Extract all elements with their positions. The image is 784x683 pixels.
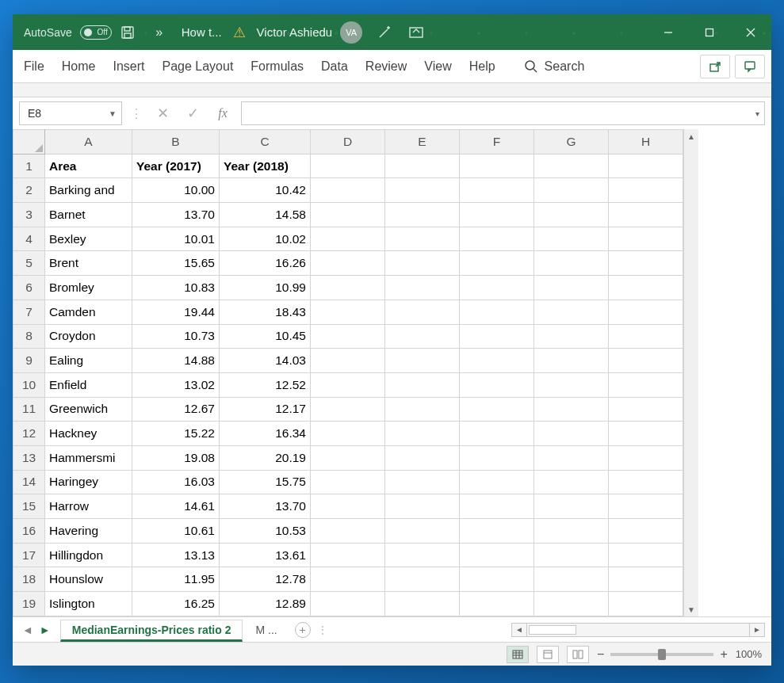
table-row[interactable]: 6Bromley10.8310.99	[13, 276, 683, 300]
cell[interactable]: 13.13	[132, 543, 220, 567]
row-header[interactable]: 10	[13, 372, 45, 397]
tell-me-search[interactable]: Search	[524, 59, 585, 74]
scroll-right-icon[interactable]: ►	[749, 623, 765, 637]
table-row[interactable]: 13Hammersmi19.0820.19	[13, 445, 683, 470]
table-row[interactable]: 7Camden19.4418.43	[13, 300, 683, 324]
expand-formula-icon[interactable]: ▾	[755, 109, 759, 118]
table-row[interactable]: 1 Area Year (2017) Year (2018)	[13, 154, 683, 178]
row-header[interactable]: 5	[13, 251, 45, 276]
new-sheet-button[interactable]: +	[295, 622, 311, 638]
horizontal-scrollbar[interactable]: ◄ ►	[511, 623, 765, 637]
cell[interactable]: Camden	[45, 300, 132, 324]
cell[interactable]: 10.00	[132, 178, 220, 203]
cell[interactable]: 18.43	[220, 300, 311, 324]
row-header[interactable]: 4	[13, 227, 45, 251]
table-row[interactable]: 15Harrow14.6113.70	[13, 494, 683, 519]
cell[interactable]: 19.08	[132, 445, 220, 470]
table-row[interactable]: 11Greenwich12.6712.17	[13, 397, 683, 422]
cell[interactable]: 10.02	[220, 227, 311, 251]
scroll-left-icon[interactable]: ◄	[511, 623, 527, 637]
table-row[interactable]: 19Islington16.2512.89	[13, 592, 683, 616]
row-header[interactable]: 1	[13, 154, 45, 178]
table-row[interactable]: 18Hounslow11.9512.78	[13, 567, 683, 592]
cell[interactable]: 10.01	[132, 227, 220, 251]
row-header[interactable]: 8	[13, 324, 45, 349]
table-row[interactable]: 9Ealing14.8814.03	[13, 349, 683, 373]
table-row[interactable]: 2Barking and10.0010.42	[13, 178, 683, 203]
cell[interactable]: 11.95	[132, 567, 220, 592]
more-quickaccess-icon[interactable]: »	[147, 14, 171, 50]
select-all-corner[interactable]	[13, 130, 45, 155]
cell[interactable]: Barnet	[45, 203, 132, 227]
scroll-down-icon[interactable]: ▼	[684, 602, 698, 616]
cell[interactable]: Hounslow	[45, 567, 132, 592]
col-header[interactable]: E	[385, 130, 460, 155]
cell[interactable]: 16.26	[220, 251, 311, 276]
cell[interactable]: 10.42	[220, 178, 311, 203]
row-header[interactable]: 2	[13, 178, 45, 203]
cell[interactable]: 14.88	[132, 349, 220, 373]
cell[interactable]: Croydon	[45, 324, 132, 349]
row-header[interactable]: 9	[13, 349, 45, 373]
cell[interactable]: Year (2018)	[220, 154, 311, 178]
cell[interactable]: 10.61	[132, 519, 220, 544]
sheet-tab-active[interactable]: MedianEarnings-Prices ratio 2	[60, 620, 243, 642]
page-break-view-button[interactable]	[567, 646, 589, 663]
cell[interactable]: 13.61	[220, 543, 311, 567]
tab-insert[interactable]: Insert	[113, 59, 144, 74]
cell[interactable]: 16.03	[132, 470, 220, 494]
col-header[interactable]: D	[311, 130, 385, 155]
sheet-tab-inactive[interactable]: M ...	[246, 620, 286, 639]
cell[interactable]: Hammersmi	[45, 445, 132, 470]
cell[interactable]: 12.67	[132, 397, 220, 422]
cell[interactable]: 10.45	[220, 324, 311, 349]
tab-data[interactable]: Data	[321, 59, 348, 74]
zoom-out-icon[interactable]: −	[597, 647, 604, 662]
cancel-formula-icon[interactable]: ✕	[151, 105, 174, 122]
cell[interactable]: Barking and	[45, 178, 132, 203]
tab-review[interactable]: Review	[365, 59, 407, 74]
cell[interactable]: 16.25	[132, 592, 220, 616]
cell[interactable]: Brent	[45, 251, 132, 276]
row-header[interactable]: 6	[13, 276, 45, 300]
tab-home[interactable]: Home	[62, 59, 96, 74]
cell[interactable]: 14.03	[220, 349, 311, 373]
cell[interactable]: Bromley	[45, 276, 132, 300]
cell[interactable]: Bexley	[45, 227, 132, 251]
cell[interactable]: Haringey	[45, 470, 132, 494]
save-icon[interactable]	[116, 14, 140, 50]
row-header[interactable]: 18	[13, 567, 45, 592]
tab-next-icon[interactable]: ►	[40, 624, 51, 636]
cell[interactable]: Hackney	[45, 422, 132, 446]
cell[interactable]: 16.34	[220, 422, 311, 446]
zoom-level[interactable]: 100%	[736, 648, 762, 660]
cell[interactable]: 15.65	[132, 251, 220, 276]
tab-pagelayout[interactable]: Page Layout	[162, 59, 233, 74]
zoom-in-icon[interactable]: +	[720, 647, 727, 662]
cell[interactable]: 12.17	[220, 397, 311, 422]
row-header[interactable]: 3	[13, 203, 45, 227]
cell[interactable]: 10.53	[220, 519, 311, 544]
tab-help[interactable]: Help	[469, 59, 495, 74]
comments-button[interactable]	[735, 55, 765, 78]
normal-view-button[interactable]	[507, 646, 529, 663]
magic-icon[interactable]	[373, 14, 396, 50]
row-header[interactable]: 15	[13, 494, 45, 519]
tab-view[interactable]: View	[424, 59, 451, 74]
row-header[interactable]: 14	[13, 470, 45, 494]
cell[interactable]: Havering	[45, 519, 132, 544]
table-row[interactable]: 16Havering10.6110.53	[13, 519, 683, 544]
cell[interactable]: 19.44	[132, 300, 220, 324]
page-layout-view-button[interactable]	[537, 646, 559, 663]
cell[interactable]: 12.52	[220, 372, 311, 397]
row-header[interactable]: 17	[13, 543, 45, 567]
zoom-slider[interactable]: − +	[597, 647, 728, 662]
scroll-up-icon[interactable]: ▲	[684, 129, 698, 143]
row-header[interactable]: 11	[13, 397, 45, 422]
cell[interactable]: 14.61	[132, 494, 220, 519]
cell[interactable]: 15.22	[132, 422, 220, 446]
ribbon-display-icon[interactable]	[404, 14, 428, 50]
minimize-button[interactable]	[648, 14, 689, 50]
cell[interactable]: 15.75	[220, 470, 311, 494]
table-row[interactable]: 10Enfield13.0212.52	[13, 372, 683, 397]
